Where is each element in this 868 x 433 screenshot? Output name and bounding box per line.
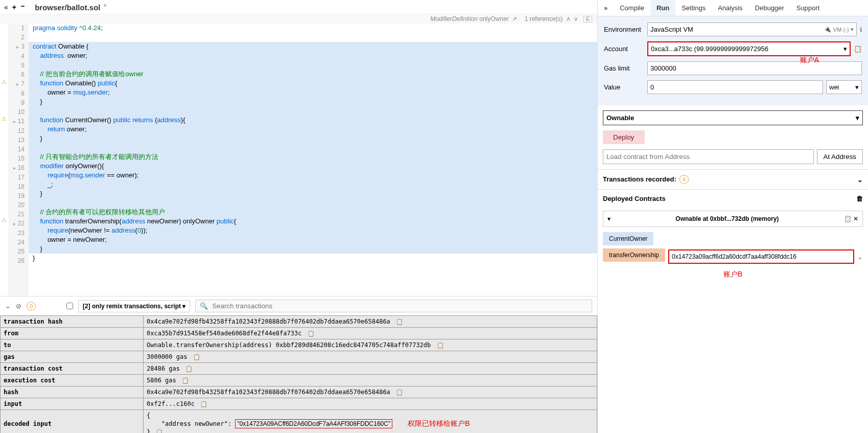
file-tab[interactable]: browser/ballot.sol× xyxy=(35,2,107,12)
close-instance-icon[interactable]: ✕ xyxy=(853,215,858,222)
account-select[interactable]: 0xca3...a733c (99.99999999999972956▾ 账户A xyxy=(647,41,851,56)
transferownership-input[interactable] xyxy=(668,249,854,264)
close-tab-icon[interactable]: × xyxy=(104,2,107,8)
transaction-details[interactable]: transaction hash0x4ca9e702fd98fb43258ffa… xyxy=(0,315,597,433)
annotation-account-a: 账户A xyxy=(800,56,819,65)
copy-instance-icon[interactable]: 📋 xyxy=(844,215,852,222)
minus-icon[interactable]: − xyxy=(20,2,25,10)
panel-tabs: » Compile Run Settings Analysis Debugger… xyxy=(598,0,868,16)
account-label: Account xyxy=(604,45,647,53)
expand-instance-icon[interactable]: ▾ xyxy=(607,215,611,222)
code-reference-bar: ModifierDefinition onlyOwner ↗ 1 referen… xyxy=(0,14,597,24)
transferownership-button[interactable]: transferOwnership xyxy=(603,248,665,262)
search-input[interactable] xyxy=(212,302,588,310)
tab-analysis[interactable]: Analysis xyxy=(712,0,748,16)
environment-select[interactable]: JavaScript VM 🔌VM (-) ▾ xyxy=(647,22,857,36)
font-size-icon[interactable]: E xyxy=(583,16,592,22)
collapse-right-icon[interactable]: » xyxy=(598,0,614,16)
plug-icon: 🔌 xyxy=(824,26,831,33)
copy-account-icon[interactable]: 📋 xyxy=(854,45,862,53)
gas-limit-input[interactable]: 3000000 xyxy=(647,61,862,75)
goto-icon[interactable]: ↗ xyxy=(512,15,517,22)
side-panel: » Compile Run Settings Analysis Debugger… xyxy=(598,0,868,433)
collapse-left-icon[interactable]: « xyxy=(4,3,8,11)
chevron-down-icon[interactable]: ⌄ xyxy=(857,176,863,184)
ref-up-icon[interactable]: ʌ xyxy=(567,15,570,22)
transactions-recorded[interactable]: Transactions recorded:4 ⌄ xyxy=(598,169,868,189)
editor-panel: « + − browser/ballot.sol× ModifierDefini… xyxy=(0,0,598,433)
value-label: Value xyxy=(604,83,647,91)
load-address-input[interactable] xyxy=(603,149,814,164)
value-unit-select[interactable]: wei▾ xyxy=(826,80,862,94)
references-link[interactable]: 1 reference(s) xyxy=(525,15,563,22)
tab-settings[interactable]: Settings xyxy=(675,0,712,16)
pending-badge: 0 xyxy=(27,302,36,311)
listen-checkbox[interactable] xyxy=(66,303,73,309)
tab-support[interactable]: Support xyxy=(790,0,826,16)
expand-args-icon[interactable]: ⌄ xyxy=(857,253,863,261)
tab-debugger[interactable]: Debugger xyxy=(749,0,790,16)
at-address-button[interactable]: At Address xyxy=(817,149,863,164)
gas-label: Gas limit xyxy=(604,64,647,72)
tab-run[interactable]: Run xyxy=(650,0,675,16)
tx-filter-select[interactable]: [2] only remix transactions, script ▾ xyxy=(78,300,190,312)
trash-icon[interactable]: 🗑 xyxy=(856,195,863,202)
currentowner-button[interactable]: CurrentOwner xyxy=(603,232,653,245)
tx-count-badge: 4 xyxy=(679,175,689,184)
contract-instance[interactable]: ▾ Ownable at 0xbbf...732db (memory) 📋 ✕ xyxy=(603,211,863,227)
console-toolbar: ⌄ ⊘ 0 [2] only remix transactions, scrip… xyxy=(0,296,597,315)
expand-down-icon[interactable]: ⌄ xyxy=(5,302,11,310)
ref-down-icon[interactable]: v xyxy=(574,15,577,22)
tab-compile[interactable]: Compile xyxy=(614,0,650,16)
run-config: Environment JavaScript VM 🔌VM (-) ▾ i Ac… xyxy=(598,16,868,105)
search-icon: 🔍 xyxy=(200,302,208,310)
contract-select[interactable]: Ownable▾ xyxy=(603,110,863,125)
deploy-button[interactable]: Deploy xyxy=(603,130,645,144)
deployed-contracts-header: Deployed Contracts 🗑 xyxy=(598,189,868,208)
top-bar: « + − browser/ballot.sol× xyxy=(0,0,597,14)
value-input[interactable]: 0 xyxy=(647,80,823,94)
annotation-account-b: 账户B xyxy=(598,267,868,282)
clear-icon[interactable]: ⊘ xyxy=(16,302,21,310)
env-label: Environment xyxy=(604,26,647,33)
code-editor[interactable]: ⚠⚠⚠ 12▸3456▸78910▸1112131415▸16171819202… xyxy=(0,24,597,296)
plus-icon[interactable]: + xyxy=(12,3,16,11)
info-icon[interactable]: i xyxy=(860,26,862,34)
